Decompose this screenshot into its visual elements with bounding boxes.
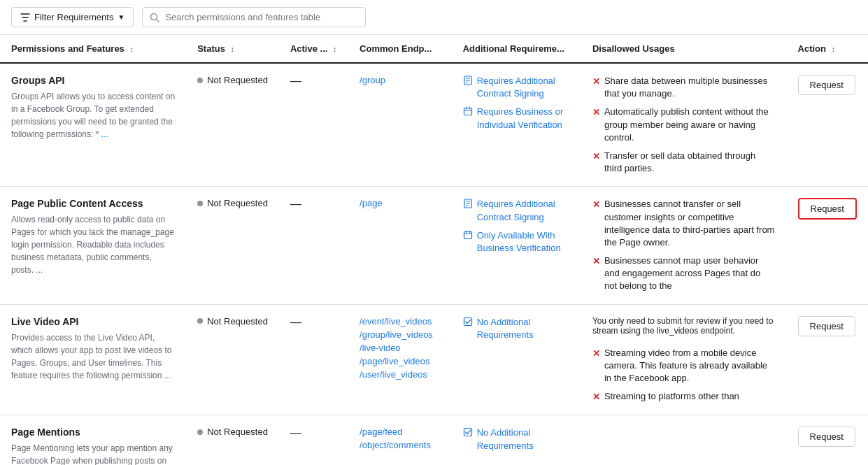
disallowed-list: ✕ Businesses cannot transfer or sell cus… [592,198,776,292]
active-value: — [290,75,301,87]
col-header-endpoints[interactable]: Common Endp... [348,35,452,63]
status-cell-groups-api: Not Requested [186,63,279,187]
endpoints-list: /event/live_videos/group/live_videos/liv… [360,316,441,380]
search-input[interactable] [165,12,358,22]
verify-icon [463,106,473,116]
request-button[interactable]: Request [798,427,855,447]
disallowed-item: ✕ Businesses cannot map user behavior an… [592,255,776,293]
x-mark-icon: ✕ [592,348,600,360]
disallowed-cell-page-public-content: ✕ Businesses cannot transfer or sell cus… [581,187,787,304]
status-cell-page-mentions: Not Requested [186,415,279,465]
endpoints-cell-page-public-content: /page [348,187,452,304]
feature-more-link[interactable]: ... [101,129,108,139]
feature-more-link[interactable]: ... [164,371,171,380]
sort-active-icon: ↕ [333,45,337,53]
disallowed-text: Transfer or sell data obtained through t… [604,150,776,175]
filter-chevron-icon: ▼ [118,13,124,21]
requirement-item[interactable]: Requires Additional Contract Signing [463,198,570,223]
request-button[interactable]: Request [798,316,855,336]
disallowed-item: ✕ Transfer or sell data obtained through… [592,150,776,175]
filter-label: Filter Requirements [34,12,113,22]
status-badge: Not Requested [197,427,268,437]
action-cell-page-public-content: Request [787,187,868,304]
col-header-features[interactable]: Permissions and Features ↕ [0,35,186,63]
disallowed-item: ✕ Streaming to platforms other than [592,390,776,403]
req-icon [463,317,473,330]
feature-description: Page Mentioning lets your app mention an… [11,442,175,465]
status-dot-icon [197,318,203,324]
active-cell-live-video-api: — [279,304,348,415]
disallowed-text: Streaming to platforms other than [604,390,739,403]
sort-status-icon: ↕ [231,45,235,53]
requirement-item[interactable]: Requires Business or Individual Verifica… [463,106,570,131]
req-text: Requires Additional Contract Signing [477,75,570,100]
requirement-item[interactable]: Only Available With Business Verificatio… [463,229,570,255]
active-cell-groups-api: — [279,63,348,187]
endpoint-link[interactable]: /page/live_videos [360,356,441,366]
x-mark-icon: ✕ [592,199,600,211]
endpoints-list: /page/feed/object/comments [360,427,441,450]
requirement-item[interactable]: No Additional Requirements [463,427,570,452]
col-header-active[interactable]: Active ... ↕ [279,35,348,63]
endpoint-link[interactable]: /group [360,75,441,85]
endpoint-link[interactable]: /group/live_videos [360,329,441,340]
req-icon [463,427,473,441]
endpoint-link[interactable]: /object/comments [360,440,441,450]
feature-description: Allows read-only access to public data o… [11,213,175,276]
disallowed-text: Streaming video from a mobile device cam… [604,347,776,385]
feature-name: Page Public Content Access [11,198,175,209]
status-badge: Not Requested [197,198,268,208]
action-cell-live-video-api: Request [787,304,868,415]
active-cell-page-mentions: — [279,415,348,465]
requirement-item[interactable]: Requires Additional Contract Signing [463,75,570,100]
filter-requirements-button[interactable]: Filter Requirements ▼ [11,7,134,27]
feature-cell-page-public-content: Page Public Content Access Allows read-o… [0,187,186,304]
feature-cell-page-mentions: Page Mentions Page Mentioning lets your … [0,415,186,465]
requirements-cell-page-public-content: Requires Additional Contract SigningOnly… [452,187,581,304]
x-mark-icon: ✕ [592,106,600,119]
col-header-action[interactable]: Action ↕ [787,35,868,63]
requirements-cell-live-video-api: No Additional Requirements [452,304,581,415]
doc-icon [463,76,473,85]
table-row: Page Mentions Page Mentioning lets your … [0,415,868,465]
req-icon [463,230,473,243]
col-header-status[interactable]: Status ↕ [186,35,279,63]
feature-description: Provides access to the Live Video API, w… [11,331,175,382]
disallowed-item: ✕ Businesses cannot transfer or sell cus… [592,198,776,249]
active-value: — [290,427,301,438]
endpoints-cell-groups-api: /group [348,63,452,187]
status-label: Not Requested [207,316,268,327]
table-row: Live Video API Provides access to the Li… [0,304,868,415]
status-label: Not Requested [207,75,268,85]
req-text: Requires Additional Contract Signing [477,198,570,223]
verify-icon [463,230,473,240]
endpoint-link[interactable]: /live-video [360,343,441,353]
col-header-requirements[interactable]: Additional Requireme... [452,35,581,63]
disallowed-cell-groups-api: ✕ Share data between multiple businesses… [581,63,787,187]
status-badge: Not Requested [197,316,268,327]
action-cell-groups-api: Request [787,63,868,187]
endpoint-link[interactable]: /page [360,198,441,208]
disallowed-cell-live-video-api: You only need to submit for review if yo… [581,304,787,415]
request-button[interactable]: Request [798,198,857,220]
feature-name: Groups API [11,75,175,86]
feature-description: Groups API allows you to access content … [11,90,175,141]
request-button[interactable]: Request [798,75,855,95]
endpoints-list: /page [360,198,441,208]
endpoint-link[interactable]: /user/live_videos [360,369,441,380]
feature-cell-live-video-api: Live Video API Provides access to the Li… [0,304,186,415]
x-mark-icon: ✕ [592,150,600,163]
active-cell-page-public-content: — [279,187,348,304]
disallowed-list: ✕ Share data between multiple businesses… [592,75,776,175]
status-dot-icon [197,429,203,435]
req-text: No Additional Requirements [477,316,570,341]
endpoint-link[interactable]: /event/live_videos [360,316,441,327]
requirement-item[interactable]: No Additional Requirements [463,316,570,341]
doc-icon [463,199,473,208]
endpoint-link[interactable]: /page/feed [360,427,441,437]
endpoints-cell-live-video-api: /event/live_videos/group/live_videos/liv… [348,304,452,415]
feature-more-link[interactable]: ... [36,265,43,275]
search-icon [150,13,159,22]
disallowed-item: ✕ Streaming video from a mobile device c… [592,347,776,385]
req-icon [463,76,473,89]
